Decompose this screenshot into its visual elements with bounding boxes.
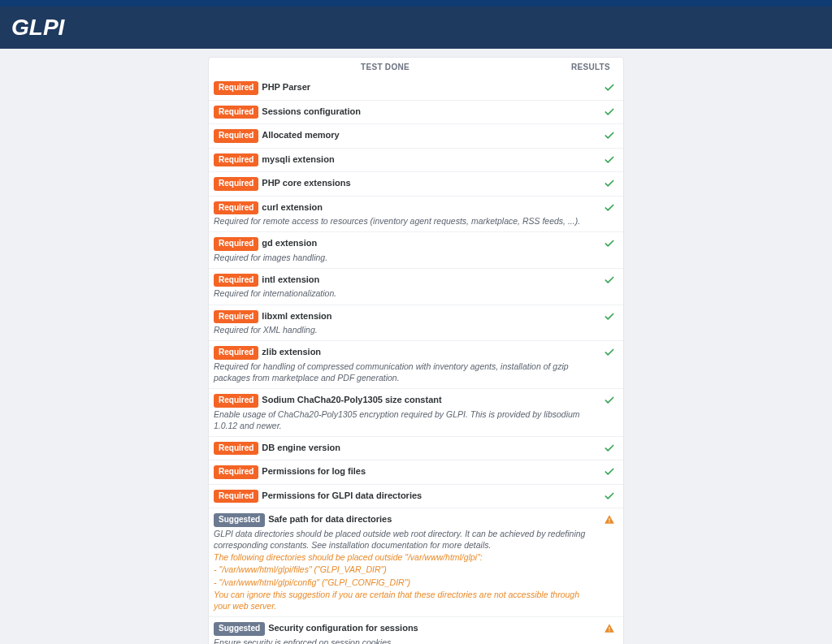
row-title: Sessions configuration [262,106,361,116]
row-title: Safe path for data directories [268,514,392,524]
browser-chrome-top [0,0,832,6]
svg-rect-3 [609,630,609,631]
check-icon [604,82,615,93]
check-icon [604,154,615,166]
row-title: PHP core extensions [262,178,350,188]
table-row: RequiredSessions configuration [209,100,623,124]
requirements-panel: TEST DONE RESULTS RequiredPHP ParserRequ… [208,57,624,644]
table-row: RequiredPHP Parser [209,76,623,100]
brand-text: GLPI [11,15,64,41]
row-description: Enable usage of ChaCha20-Poly1305 encryp… [214,408,594,431]
table-row: SuggestedSafe path for data directoriesG… [209,508,623,616]
required-badge: Required [214,442,258,456]
check-icon [604,130,615,141]
check-icon [604,395,615,406]
row-title: Allocated memory [262,130,339,140]
table-row: Requiredlibxml extensionRequired for XML… [209,305,623,341]
check-icon [604,274,615,286]
check-icon [604,238,615,249]
row-description: Required for handling of compressed comm… [214,361,594,383]
check-icon [604,106,615,118]
warning-icon [604,514,615,525]
required-badge: Required [214,346,258,360]
required-badge: Required [214,153,258,167]
required-badge: Required [214,201,258,215]
table-row: RequiredPermissions for log files [209,460,623,484]
row-title: Sodium ChaCha20-Poly1305 size constant [262,395,441,404]
required-badge: Required [214,274,258,287]
row-warning-line: You can ignore this suggestion if you ar… [214,589,594,612]
required-badge: Required [214,106,258,119]
row-warning-line: ‑ "/var/www/html/glpi/config" ("GLPI_CON… [214,577,594,588]
row-title: libxml extension [262,311,332,321]
required-badge: Required [214,177,258,191]
check-icon [604,311,615,322]
table-row: RequiredPermissions for GLPI data direct… [209,484,623,508]
row-title: intl extension [262,274,319,284]
table-row: SuggestedSecurity configuration for sess… [209,616,623,644]
svg-rect-1 [609,521,609,522]
row-title: curl extension [262,202,323,212]
required-badge: Required [214,237,258,251]
panel-header: TEST DONE RESULTS [209,58,623,76]
check-icon [604,491,615,502]
table-row: Requiredcurl extensionRequired for remot… [209,196,623,232]
row-warning-line: ‑ "/var/www/html/glpi/files" ("GLPI_VAR_… [214,564,594,575]
suggested-badge: Suggested [214,622,265,636]
row-title: Permissions for GLPI data directories [262,491,422,500]
table-row: Requiredzlib extensionRequired for handl… [209,340,623,388]
check-icon [604,466,615,478]
app-header: GLPI [0,6,832,49]
row-title: DB engine version [262,443,340,452]
check-icon [604,202,615,214]
brand-logo: GLPI [11,15,65,41]
row-title: Permissions for log files [262,466,366,476]
check-icon [604,443,615,454]
table-row: Requiredintl extensionRequired for inter… [209,268,623,305]
required-badge: Required [214,81,258,95]
required-badge: Required [214,394,258,408]
required-badge: Required [214,129,258,143]
required-badge: Required [214,490,258,504]
table-row: Requiredmysqli extension [209,148,623,172]
row-description: GLPI data directories should be placed o… [214,528,594,551]
row-title: Security configuration for sessions [268,623,418,633]
row-warning-line: The following directories should be plac… [214,551,594,563]
row-title: mysqli extension [262,154,334,164]
column-header-results: RESULTS [561,63,615,71]
row-description: Ensure security is enforced on session c… [214,637,594,644]
table-row: RequiredDB engine version [209,436,623,460]
column-header-test: TEST DONE [209,63,561,71]
svg-rect-2 [609,627,609,629]
row-description: Required for internationalization. [214,287,594,299]
svg-rect-0 [609,519,609,521]
check-icon [604,178,615,189]
row-title: PHP Parser [262,82,310,92]
table-row: RequiredAllocated memory [209,123,623,148]
row-description: Required for images handling. [214,252,594,263]
warning-icon [604,623,615,634]
row-description: Required for remote access to resources … [214,215,594,227]
row-description: Required for XML handling. [214,324,594,335]
row-title: zlib extension [262,347,321,357]
suggested-badge: Suggested [214,513,265,527]
check-icon [604,347,615,358]
required-badge: Required [214,310,258,324]
table-row: RequiredPHP core extensions [209,171,623,196]
table-row: Requiredgd extensionRequired for images … [209,231,623,268]
required-badge: Required [214,465,258,479]
row-title: gd extension [262,238,317,248]
table-row: RequiredSodium ChaCha20-Poly1305 size co… [209,388,623,436]
